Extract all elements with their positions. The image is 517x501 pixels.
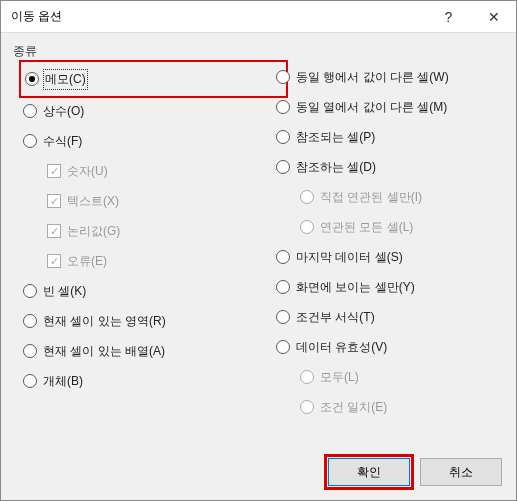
option-dependents[interactable]: 참조하는 셀(D): [276, 156, 504, 178]
help-icon: ?: [445, 9, 453, 25]
radio-icon: [300, 370, 314, 384]
option-label: 동일 행에서 값이 다른 셀(W): [296, 69, 449, 86]
option-text: 텍스트(X): [23, 190, 268, 212]
radio-icon: [23, 374, 37, 388]
options-grid: 메모(C) 상수(O) 수식(F) 숫자(U) 텍스트(X: [13, 66, 504, 418]
option-label: 메모(C): [45, 71, 86, 88]
option-last-cell[interactable]: 마지막 데이터 셀(S): [276, 246, 504, 268]
option-label: 개체(B): [43, 373, 83, 390]
option-row-diffs[interactable]: 동일 행에서 값이 다른 셀(W): [276, 66, 504, 88]
titlebar: 이동 옵션 ? ✕: [1, 1, 516, 33]
checkbox-icon: [47, 164, 61, 178]
option-label: 현재 셀이 있는 영역(R): [43, 313, 166, 330]
option-label: 직접 연관된 셀만(I): [320, 189, 422, 206]
radio-icon: [276, 340, 290, 354]
option-all: 모두(L): [276, 366, 504, 388]
option-label: 수식(F): [43, 133, 82, 150]
radio-icon: [300, 220, 314, 234]
radio-icon: [276, 250, 290, 264]
radio-icon: [23, 284, 37, 298]
radio-icon: [23, 134, 37, 148]
option-same: 조건 일치(E): [276, 396, 504, 418]
option-label: 연관된 모든 셀(L): [320, 219, 413, 236]
option-current-region[interactable]: 현재 셀이 있는 영역(R): [23, 310, 268, 332]
radio-icon: [276, 130, 290, 144]
close-button[interactable]: ✕: [471, 2, 516, 32]
option-label: 논리값(G): [67, 223, 120, 240]
highlight-memo: 메모(C): [19, 60, 288, 98]
footer: 확인 취소: [1, 448, 516, 500]
help-button[interactable]: ?: [426, 2, 471, 32]
option-label: 빈 셀(K): [43, 283, 86, 300]
option-data-validation[interactable]: 데이터 유효성(V): [276, 336, 504, 358]
checkbox-icon: [47, 254, 61, 268]
option-memo[interactable]: 메모(C): [25, 68, 86, 90]
radio-icon: [300, 190, 314, 204]
option-label: 조건 일치(E): [320, 399, 387, 416]
option-errors: 오류(E): [23, 250, 268, 272]
ok-label: 확인: [357, 464, 381, 481]
option-visible-only[interactable]: 화면에 보이는 셀만(Y): [276, 276, 504, 298]
option-label: 동일 열에서 값이 다른 셀(M): [296, 99, 447, 116]
option-label: 모두(L): [320, 369, 359, 386]
radio-icon: [23, 104, 37, 118]
cancel-button[interactable]: 취소: [420, 458, 502, 486]
close-icon: ✕: [488, 9, 500, 25]
option-label: 마지막 데이터 셀(S): [296, 249, 403, 266]
radio-icon: [276, 100, 290, 114]
option-direct-only: 직접 연관된 셀만(I): [276, 186, 504, 208]
cancel-label: 취소: [449, 464, 473, 481]
content-area: 종류 메모(C) 상수(O) 수식(F): [1, 33, 516, 448]
goto-special-dialog: 이동 옵션 ? ✕ 종류 메모(C) 상수(O): [0, 0, 517, 501]
checkbox-icon: [47, 194, 61, 208]
ok-button[interactable]: 확인: [328, 458, 410, 486]
radio-icon: [276, 310, 290, 324]
option-objects[interactable]: 개체(B): [23, 370, 268, 392]
radio-icon: [25, 72, 39, 86]
option-label: 조건부 서식(T): [296, 309, 375, 326]
option-label: 참조하는 셀(D): [296, 159, 376, 176]
radio-icon: [23, 314, 37, 328]
group-label: 종류: [13, 43, 504, 60]
left-column: 메모(C) 상수(O) 수식(F) 숫자(U) 텍스트(X: [13, 66, 268, 418]
dialog-title: 이동 옵션: [11, 8, 426, 25]
radio-icon: [276, 160, 290, 174]
option-label: 텍스트(X): [67, 193, 119, 210]
option-col-diffs[interactable]: 동일 열에서 값이 다른 셀(M): [276, 96, 504, 118]
right-column: 동일 행에서 값이 다른 셀(W) 동일 열에서 값이 다른 셀(M) 참조되는…: [268, 66, 504, 418]
option-label: 참조되는 셀(P): [296, 129, 375, 146]
option-label: 상수(O): [43, 103, 84, 120]
option-label: 데이터 유효성(V): [296, 339, 387, 356]
option-label: 숫자(U): [67, 163, 108, 180]
option-formulas[interactable]: 수식(F): [23, 130, 268, 152]
radio-icon: [23, 344, 37, 358]
radio-icon: [276, 70, 290, 84]
option-label: 현재 셀이 있는 배열(A): [43, 343, 165, 360]
checkbox-icon: [47, 224, 61, 238]
radio-icon: [300, 400, 314, 414]
option-conditional-formats[interactable]: 조건부 서식(T): [276, 306, 504, 328]
option-logicals: 논리값(G): [23, 220, 268, 242]
option-blanks[interactable]: 빈 셀(K): [23, 280, 268, 302]
option-label: 화면에 보이는 셀만(Y): [296, 279, 415, 296]
option-all-levels: 연관된 모든 셀(L): [276, 216, 504, 238]
option-constants[interactable]: 상수(O): [23, 100, 268, 122]
option-label: 오류(E): [67, 253, 107, 270]
option-numbers: 숫자(U): [23, 160, 268, 182]
option-current-array[interactable]: 현재 셀이 있는 배열(A): [23, 340, 268, 362]
option-precedents[interactable]: 참조되는 셀(P): [276, 126, 504, 148]
radio-icon: [276, 280, 290, 294]
